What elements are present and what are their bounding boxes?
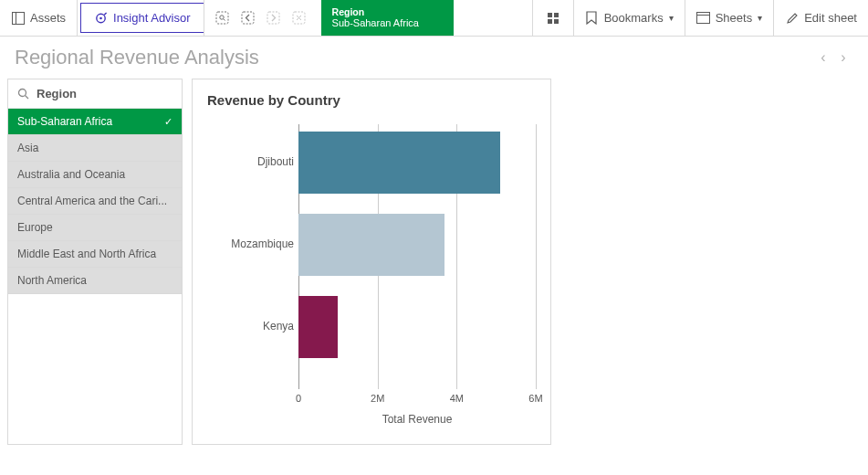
top-toolbar: Assets Insight Advisor Region Sub-Sahara… bbox=[0, 0, 868, 37]
selection-chip-field: Region bbox=[332, 7, 443, 18]
filter-item[interactable]: Sub-Saharan Africa bbox=[8, 109, 182, 135]
filter-pane-list: Sub-Saharan AfricaAsiaAustralia and Ocea… bbox=[8, 109, 182, 294]
filter-item[interactable]: Middle East and North Africa bbox=[8, 241, 182, 268]
svg-line-7 bbox=[224, 19, 225, 21]
x-axis-title: Total Revenue bbox=[298, 413, 536, 426]
x-tick-label: 4M bbox=[450, 393, 464, 404]
chevron-down-icon: ▾ bbox=[758, 13, 762, 23]
chart-card[interactable]: Revenue by Country Total Revenue 02M4M6M… bbox=[192, 79, 551, 445]
assets-label: Assets bbox=[30, 11, 66, 25]
svg-point-6 bbox=[220, 16, 224, 19]
filter-item[interactable]: Europe bbox=[8, 215, 182, 241]
filter-item[interactable]: Asia bbox=[8, 135, 182, 162]
category-label: Djibouti bbox=[207, 155, 294, 168]
filter-pane-region: Region Sub-Saharan AfricaAsiaAustralia a… bbox=[7, 79, 183, 445]
sheets-button[interactable]: Sheets ▾ bbox=[685, 0, 773, 36]
gridline bbox=[536, 124, 537, 389]
bookmarks-button[interactable]: Bookmarks ▾ bbox=[573, 0, 685, 36]
edit-sheet-button[interactable]: Edit sheet bbox=[773, 0, 868, 36]
prev-sheet-button[interactable]: ‹ bbox=[813, 49, 833, 66]
svg-point-15 bbox=[19, 90, 26, 97]
sheets-label: Sheets bbox=[716, 11, 752, 25]
assets-button[interactable]: Assets bbox=[0, 0, 78, 36]
smart-search-icon[interactable] bbox=[215, 11, 230, 26]
bookmark-icon bbox=[585, 11, 599, 25]
filter-item-label: Asia bbox=[17, 142, 173, 154]
category-label: Mozambique bbox=[207, 238, 294, 250]
bar[interactable] bbox=[298, 296, 338, 358]
svg-rect-8 bbox=[242, 12, 254, 24]
view-grid-button[interactable] bbox=[532, 0, 573, 36]
bar[interactable] bbox=[298, 214, 444, 276]
chart-plot: Total Revenue 02M4M6MDjiboutiMozambiqueK… bbox=[207, 124, 536, 435]
category-label: Kenya bbox=[207, 320, 294, 332]
filter-item[interactable]: Central America and the Cari... bbox=[8, 188, 182, 215]
next-sheet-button[interactable]: › bbox=[833, 49, 853, 66]
insight-icon bbox=[94, 11, 108, 25]
svg-rect-9 bbox=[267, 12, 279, 24]
bar[interactable] bbox=[298, 132, 500, 194]
filter-item-label: Europe bbox=[17, 221, 173, 234]
selection-chip-value: Sub-Saharan Africa bbox=[332, 17, 443, 28]
x-tick-label: 6M bbox=[528, 393, 542, 404]
svg-point-3 bbox=[99, 16, 102, 19]
chart-title: Revenue by Country bbox=[207, 92, 536, 108]
filter-item[interactable]: Australia and Oceania bbox=[8, 162, 182, 188]
clear-all-icon[interactable] bbox=[292, 11, 307, 26]
svg-rect-5 bbox=[216, 12, 228, 24]
filter-pane-header[interactable]: Region bbox=[8, 79, 182, 109]
step-forward-icon[interactable] bbox=[267, 11, 281, 26]
svg-line-16 bbox=[26, 96, 29, 100]
chevron-down-icon: ▾ bbox=[669, 13, 674, 23]
filter-item-label: Middle East and North Africa bbox=[17, 248, 173, 260]
svg-rect-0 bbox=[12, 12, 24, 24]
pencil-icon bbox=[785, 11, 799, 25]
filter-pane-title: Region bbox=[37, 87, 77, 100]
panel-icon bbox=[11, 11, 25, 25]
filter-item[interactable]: North America bbox=[8, 268, 182, 294]
filter-item-label: Sub-Saharan Africa bbox=[17, 115, 159, 128]
selection-chip-region[interactable]: Region Sub-Saharan Africa bbox=[321, 0, 454, 36]
sheet-icon bbox=[696, 11, 710, 25]
x-tick-label: 0 bbox=[296, 393, 301, 404]
page-title: Regional Revenue Analysis bbox=[15, 46, 813, 69]
step-back-icon[interactable] bbox=[241, 11, 256, 26]
insight-label: Insight Advisor bbox=[113, 11, 191, 25]
selection-tools bbox=[204, 0, 318, 36]
filter-item-label: Australia and Oceania bbox=[17, 168, 173, 181]
x-tick-label: 2M bbox=[371, 393, 384, 404]
search-icon bbox=[17, 88, 29, 100]
sheet-titlebar: Regional Revenue Analysis ‹ › bbox=[0, 37, 868, 79]
svg-line-4 bbox=[104, 12, 106, 14]
bookmarks-label: Bookmarks bbox=[604, 11, 664, 25]
insight-advisor-button[interactable]: Insight Advisor bbox=[80, 3, 204, 33]
edit-label: Edit sheet bbox=[804, 11, 857, 25]
grid-icon bbox=[548, 13, 559, 24]
filter-item-label: Central America and the Cari... bbox=[17, 195, 173, 207]
svg-rect-13 bbox=[696, 13, 709, 24]
filter-item-label: North America bbox=[17, 274, 173, 287]
plot-area bbox=[298, 124, 536, 389]
